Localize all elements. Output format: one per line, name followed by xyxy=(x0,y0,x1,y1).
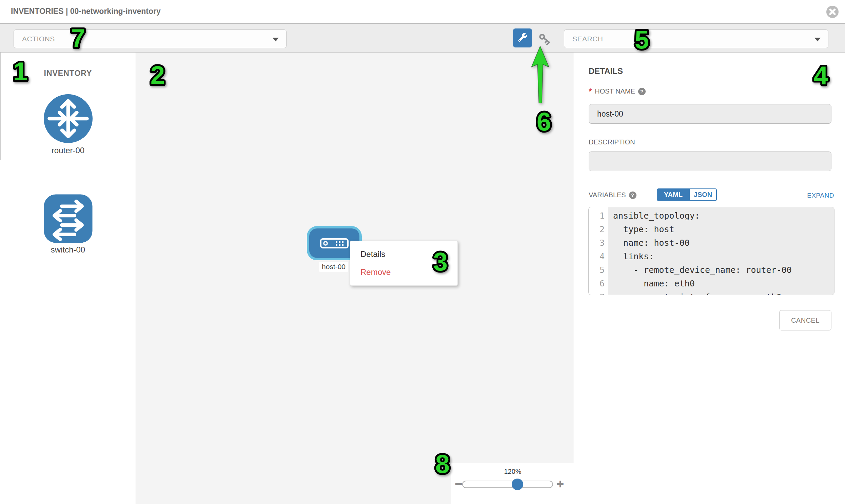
node-context-menu: Details Remove xyxy=(350,241,458,286)
host-icon xyxy=(320,238,349,249)
chevron-down-icon xyxy=(272,38,279,41)
variables-code-pre: ansible_topology: type: host name: host-… xyxy=(608,207,834,295)
variables-gutter-pre: 1 2 3 4 5 6 7 xyxy=(589,207,608,295)
close-icon xyxy=(826,5,839,18)
app: { "header": { "title": "INVENTORIES | 00… xyxy=(0,0,845,504)
inventory-heading: INVENTORY xyxy=(0,69,136,78)
page-title: INVENTORIES | 00-networking-inventory xyxy=(11,7,161,16)
description-label-row: DESCRIPTION xyxy=(589,138,635,146)
switch-icon xyxy=(43,194,93,244)
editor-code-area[interactable]: ansible_topology: type: host name: host-… xyxy=(608,207,834,295)
zoom-level-label: 120% xyxy=(451,468,574,475)
router-label: router-00 xyxy=(0,146,136,155)
zoom-slider-track[interactable] xyxy=(462,481,553,488)
variables-format-toggle: YAML JSON xyxy=(657,188,717,201)
router-icon xyxy=(43,93,93,144)
description-input[interactable] xyxy=(589,151,831,171)
variables-label: VARIABLES xyxy=(589,191,626,199)
help-icon[interactable]: ? xyxy=(629,192,636,199)
zoom-in-button[interactable]: + xyxy=(557,477,564,491)
expand-link[interactable]: EXPAND xyxy=(800,192,834,199)
yaml-toggle-button[interactable]: YAML xyxy=(657,188,690,201)
help-icon[interactable]: ? xyxy=(638,88,646,95)
search-dropdown[interactable]: SEARCH xyxy=(564,30,828,48)
hostname-label-row: * HOST NAME ? xyxy=(589,87,646,95)
menu-item-remove[interactable]: Remove xyxy=(350,263,457,281)
sidebar-item-switch[interactable] xyxy=(43,194,93,244)
key-icon xyxy=(538,32,552,47)
wrench-icon xyxy=(517,33,528,43)
required-asterisk: * xyxy=(589,88,592,95)
hostname-label: HOST NAME xyxy=(595,87,635,95)
details-heading: DETAILS xyxy=(589,67,623,76)
actions-dropdown-label: ACTIONS xyxy=(22,35,55,43)
description-label: DESCRIPTION xyxy=(589,138,635,146)
key-legend-button[interactable] xyxy=(537,31,553,47)
zoom-control: 120% − + xyxy=(451,463,574,504)
sidebar-item-router[interactable] xyxy=(43,93,93,144)
json-toggle-button[interactable]: JSON xyxy=(690,188,717,201)
zoom-out-button[interactable]: − xyxy=(455,477,462,491)
switch-label: switch-00 xyxy=(0,245,136,254)
hostname-input[interactable]: host-00 xyxy=(589,104,831,124)
toolbar: ACTIONS SEARCH xyxy=(0,23,845,53)
variables-editor[interactable]: 1 2 3 4 5 6 7 ansible_topology: type: ho… xyxy=(588,207,834,295)
host-node-label: host-00 xyxy=(319,262,348,272)
search-dropdown-label: SEARCH xyxy=(573,35,603,43)
actions-dropdown[interactable]: ACTIONS xyxy=(14,30,286,48)
tools-button[interactable] xyxy=(513,29,532,48)
variables-label-row: VARIABLES ? xyxy=(589,191,636,199)
editor-gutter: 1 2 3 4 5 6 7 xyxy=(589,207,608,295)
cancel-button[interactable]: CANCEL xyxy=(779,310,831,330)
menu-item-details[interactable]: Details xyxy=(350,245,457,263)
zoom-slider-handle[interactable] xyxy=(512,479,523,490)
close-button[interactable] xyxy=(826,5,839,18)
app-header: INVENTORIES | 00-networking-inventory xyxy=(0,0,845,23)
chevron-down-icon xyxy=(814,38,821,41)
